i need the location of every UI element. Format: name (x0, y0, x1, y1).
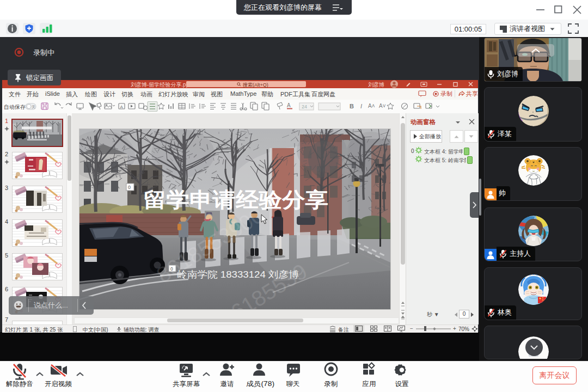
svg-text:开启视频: 开启视频 (45, 380, 72, 388)
svg-text:A˄: A˄ (368, 103, 375, 109)
svg-text:解除静音: 解除静音 (6, 380, 33, 388)
svg-text:B: B (350, 103, 354, 109)
svg-text:A: A (287, 102, 291, 108)
svg-text:关: 关 (32, 105, 35, 109)
svg-text:I: I (360, 103, 362, 109)
svg-text:成员(78): 成员(78) (246, 380, 274, 388)
svg-text:A: A (120, 105, 124, 109)
svg-text:共享屏幕: 共享屏幕 (173, 380, 200, 388)
svg-text:24: 24 (302, 104, 307, 109)
svg-text:留学申请经验分享: 留学申请经验分享 (143, 188, 328, 211)
svg-text:应用: 应用 (363, 380, 376, 388)
svg-text:设置: 设置 (395, 380, 409, 388)
svg-text:聊天: 聊天 (286, 380, 300, 388)
svg-text:岭南学院 18333124 刘彦博: 岭南学院 18333124 刘彦博 (177, 270, 299, 280)
svg-text:0: 0 (170, 266, 173, 272)
svg-text:邀请: 邀请 (220, 380, 234, 388)
svg-text:A˅: A˅ (379, 103, 386, 109)
svg-text:录制: 录制 (324, 380, 338, 388)
svg-text:0: 0 (128, 185, 131, 190)
